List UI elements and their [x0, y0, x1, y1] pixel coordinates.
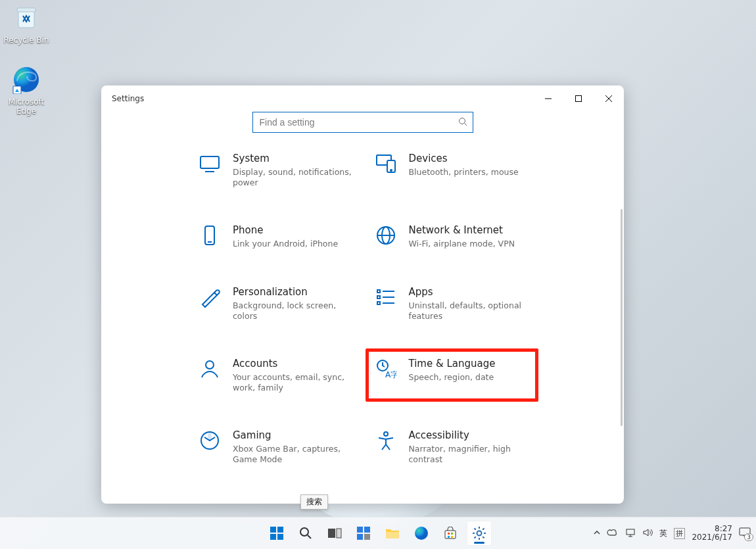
cat-title: Accounts [233, 358, 354, 370]
tray-onedrive-icon[interactable] [607, 528, 619, 539]
svg-line-36 [308, 535, 311, 538]
tray-chevron[interactable] [594, 529, 600, 538]
tray-network-icon[interactable] [625, 528, 636, 539]
tray-ime-mode[interactable]: 拼 [674, 528, 685, 539]
svg-line-55 [475, 529, 476, 530]
cat-desc: Uninstall, defaults, optional features [409, 300, 530, 321]
svg-rect-48 [448, 536, 450, 538]
edge-icon [11, 64, 41, 95]
svg-point-8 [459, 118, 465, 124]
cat-personalization[interactable]: Personalization Background, lock screen,… [199, 286, 354, 321]
tray-volume-icon[interactable] [642, 528, 653, 539]
settings-window: Settings System Display, sound, notifica… [101, 85, 624, 504]
svg-line-9 [464, 123, 467, 126]
cat-title: Time & Language [409, 358, 496, 370]
tray-date: 2021/6/17 [692, 533, 732, 542]
svg-rect-49 [451, 536, 453, 538]
cat-desc: Background, lock screen, colors [233, 300, 354, 321]
apps-icon [375, 286, 397, 308]
cat-desc: Bluetooth, printers, mouse [409, 167, 519, 178]
accessibility-icon [375, 429, 397, 452]
cat-devices[interactable]: Devices Bluetooth, printers, mouse [375, 153, 530, 187]
tray-ime-lang[interactable]: 英 [659, 528, 667, 539]
svg-point-30 [384, 432, 388, 436]
svg-rect-24 [377, 302, 380, 304]
svg-rect-31 [270, 527, 276, 533]
system-tray: 英 拼 8:27 2021/6/17 3 [594, 517, 751, 549]
devices-icon [375, 153, 397, 175]
svg-rect-20 [377, 290, 380, 293]
scrollbar[interactable] [621, 209, 623, 426]
search-input[interactable] [258, 116, 458, 128]
svg-rect-45 [445, 531, 456, 538]
window-title: Settings [112, 94, 533, 103]
cat-title: Accessibility [409, 429, 530, 441]
svg-rect-0 [18, 11, 34, 28]
cat-title: Network & Internet [409, 224, 515, 236]
titlebar[interactable]: Settings [101, 85, 624, 112]
svg-rect-37 [328, 529, 335, 538]
tray-clock[interactable]: 8:27 2021/6/17 [692, 525, 732, 542]
cat-title: Apps [409, 286, 530, 298]
svg-rect-38 [337, 529, 341, 538]
svg-point-14 [390, 170, 392, 171]
svg-rect-42 [364, 534, 370, 540]
svg-rect-43 [386, 532, 399, 538]
taskbar-explorer[interactable] [380, 521, 405, 546]
desktop-icon-label: Recycle Bin [0, 36, 53, 45]
cat-title: System [233, 153, 354, 164]
cat-time-language[interactable]: A字 Time & Language Speech, region, date [366, 348, 539, 402]
svg-rect-22 [377, 296, 380, 298]
cat-desc: Wi-Fi, airplane mode, VPN [409, 239, 515, 249]
taskbar-settings[interactable] [467, 521, 492, 546]
svg-rect-46 [448, 533, 450, 535]
cat-system[interactable]: System Display, sound, notifications, po… [199, 153, 354, 187]
time-language-icon: A字 [375, 358, 397, 380]
cat-gaming[interactable]: Gaming Xbox Game Bar, captures, Game Mod… [199, 429, 354, 464]
cat-phone[interactable]: Phone Link your Android, iPhone [199, 224, 354, 249]
accounts-icon [199, 358, 221, 380]
phone-icon [199, 224, 221, 247]
start-button[interactable] [264, 521, 289, 546]
minimize-button[interactable] [533, 85, 563, 112]
network-icon [375, 224, 397, 247]
personalization-icon [199, 286, 221, 308]
cat-desc: Speech, region, date [409, 372, 496, 383]
svg-point-50 [477, 531, 482, 536]
taskbar-taskview[interactable] [322, 521, 347, 546]
cat-desc: Your accounts, email, sync, work, family [233, 372, 354, 393]
cat-title: Phone [233, 224, 338, 236]
taskbar: 英 拼 8:27 2021/6/17 3 [0, 517, 756, 549]
svg-rect-47 [451, 533, 453, 535]
cat-title: Devices [409, 153, 519, 164]
recycle-bin-icon [11, 3, 41, 33]
tray-notifications[interactable]: 3 [739, 527, 751, 540]
categories-scroll[interactable]: System Display, sound, notifications, po… [101, 147, 624, 504]
cat-accessibility[interactable]: Accessibility Narrator, magnifier, high … [375, 429, 530, 464]
notification-badge: 3 [744, 533, 753, 541]
system-icon [199, 153, 221, 175]
svg-point-44 [415, 527, 428, 540]
svg-rect-33 [270, 534, 276, 540]
svg-rect-34 [277, 534, 283, 540]
cat-apps[interactable]: Apps Uninstall, defaults, optional featu… [375, 286, 530, 321]
svg-rect-40 [364, 527, 370, 533]
gaming-icon [199, 429, 221, 452]
taskbar-store[interactable] [438, 521, 463, 546]
cat-network[interactable]: Network & Internet Wi-Fi, airplane mode,… [375, 224, 530, 249]
cat-desc: Narrator, magnifier, high contrast [409, 444, 530, 464]
search-box[interactable] [252, 112, 473, 133]
taskbar-edge[interactable] [409, 521, 434, 546]
svg-line-56 [483, 537, 484, 538]
svg-point-26 [206, 361, 214, 369]
maximize-button[interactable] [563, 85, 594, 112]
close-button[interactable] [594, 85, 624, 112]
taskbar-search[interactable] [293, 521, 318, 546]
desktop-icon-recycle-bin[interactable]: Recycle Bin [0, 3, 53, 45]
svg-line-57 [483, 529, 484, 530]
tooltip-search: 搜索 [300, 494, 328, 510]
svg-rect-41 [357, 534, 363, 540]
cat-accounts[interactable]: Accounts Your accounts, email, sync, wor… [199, 358, 354, 393]
taskbar-widgets[interactable] [351, 521, 376, 546]
desktop-icon-edge[interactable]: Microsoft Edge [0, 64, 53, 116]
